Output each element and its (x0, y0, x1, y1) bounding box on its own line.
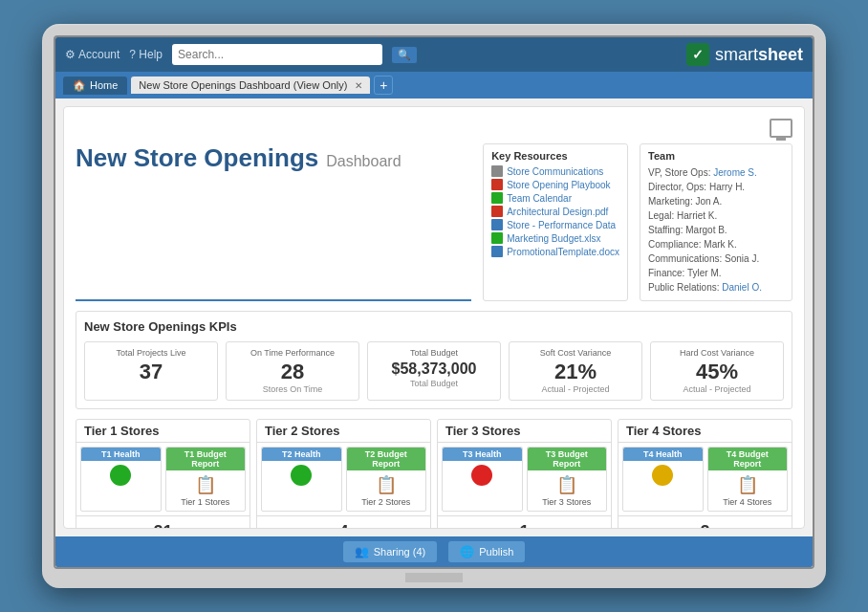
team-item: Marketing: Jon A. (648, 194, 784, 208)
tier-3-budget-card[interactable]: T3 Budget Report 📋 Tier 3 Stores (527, 447, 608, 512)
tier-1-budget-card[interactable]: T1 Budget Report 📋 Tier 1 Stores (165, 447, 247, 512)
kpi-card-budget: Total Budget $58,373,000 Total Budget (367, 341, 501, 401)
gear-icon: ⚙ (65, 48, 76, 61)
kpi-card-soft-variance: Soft Cost Variance 21% Actual - Projecte… (509, 341, 642, 401)
tier-4-health-card[interactable]: T4 Health (622, 447, 704, 512)
tier-1-section: Tier 1 Stores T1 Health T1 Budget Report… (76, 419, 250, 529)
home-icon: 🏠 (73, 79, 86, 92)
tier-3-health-dot (471, 465, 492, 486)
dashboard-wrapper: New Store Openings Dashboard Key Resourc… (55, 98, 813, 536)
resource-icon (491, 246, 503, 257)
resource-item[interactable]: Store Opening Playbook (491, 179, 619, 190)
publish-button[interactable]: 🌐 Publish (448, 541, 525, 562)
logo-check-icon: ✓ (686, 43, 709, 66)
team-item: VP, Store Ops: Jerome S. (648, 165, 784, 180)
top-nav: ⚙ Account ? Help 🔍 ✓ smartsheet (55, 37, 813, 72)
resource-item[interactable]: Store Communications (491, 165, 619, 177)
team-item: Public Relations: Daniel O. (648, 280, 784, 295)
logo: ✓ smartsheet (686, 43, 803, 66)
kpi-card-ontime: On Time Performance 28 Stores On Time (226, 341, 359, 401)
tier-4-cards-row: T4 Health T4 Budget Report 📋 Tier 4 Stor… (618, 443, 792, 515)
kpi-section-title: New Store Openings KPIs (84, 319, 784, 334)
team-title: Team (648, 150, 784, 162)
dashboard-header: New Store Openings Dashboard Key Resourc… (76, 143, 792, 301)
team-item: Director, Ops: Harry H. (648, 180, 784, 194)
kpi-grid: Total Projects Live 37 On Time Performan… (84, 341, 784, 401)
kpi-section: New Store Openings KPIs Total Projects L… (76, 311, 792, 409)
tab-home[interactable]: 🏠 Home (63, 76, 127, 95)
monitor-icon-row (76, 119, 792, 138)
team-item: Staffing: Margot B. (648, 223, 784, 237)
dashboard-inner: New Store Openings Dashboard Key Resourc… (63, 106, 805, 529)
search-input[interactable] (172, 44, 382, 65)
logo-text: smartsheet (715, 45, 803, 65)
dashboard-title-area: New Store Openings Dashboard (76, 143, 471, 301)
sharing-button[interactable]: 👥 Sharing (4) (343, 541, 437, 562)
monitor-frame: ⚙ Account ? Help 🔍 ✓ smartsheet 🏠 Home (42, 24, 826, 588)
team-item: Communications: Sonia J. (648, 251, 784, 266)
kpi-card-projects: Total Projects Live 37 (84, 341, 218, 401)
tier-2-budget-card[interactable]: T2 Budget Report 📋 Tier 2 Stores (346, 447, 427, 512)
tier-1-bottom: 21 Locations On Time 1 (76, 515, 250, 529)
tier-1-health-dot (110, 465, 131, 486)
tier-4-health-dot (652, 465, 673, 486)
resource-icon (491, 165, 503, 177)
key-resources-title: Key Resources (491, 150, 619, 162)
tier-3-cards-row: T3 Health T3 Budget Report 📋 Tier 3 Stor… (438, 443, 611, 515)
tab-active[interactable]: New Store Openings Dashboard (View Only)… (131, 76, 370, 94)
resource-item[interactable]: Marketing Budget.xlsx (491, 232, 619, 244)
tier-2-cards-row: T2 Health T2 Budget Report 📋 Tier 2 Stor… (257, 443, 430, 515)
monitor-screen: ⚙ Account ? Help 🔍 ✓ smartsheet 🏠 Home (54, 35, 814, 569)
resource-icon (491, 219, 503, 230)
resource-icon (491, 192, 503, 204)
resource-item[interactable]: Architectural Design.pdf (491, 206, 619, 217)
resource-item[interactable]: Team Calendar (491, 192, 619, 204)
resource-item[interactable]: PromotionalTemplate.docx (491, 246, 619, 257)
tier-4-section: Tier 4 Stores T4 Health T4 Budget Report… (618, 419, 792, 529)
account-menu[interactable]: ⚙ Account (65, 48, 119, 61)
team-item: Finance: Tyler M. (648, 266, 784, 280)
tier-2-health-card[interactable]: T2 Health (261, 447, 342, 512)
search-button[interactable]: 🔍 (392, 47, 417, 63)
tier-3-sheet-icon: 📋 (532, 474, 603, 495)
tier-4-budget-card[interactable]: T4 Budget Report 📋 Tier 4 Stores (707, 447, 789, 512)
publish-icon: 🌐 (460, 545, 474, 558)
resource-icon (491, 232, 503, 244)
resource-item[interactable]: Store - Performance Data (491, 219, 619, 230)
display-icon (770, 119, 792, 138)
bottom-bar: 👥 Sharing (4) 🌐 Publish (55, 536, 813, 567)
tier-1-header: Tier 1 Stores (76, 420, 250, 443)
tier-4-header: Tier 4 Stores (618, 420, 792, 443)
tier-1-cards-row: T1 Health T1 Budget Report 📋 Tier 1 Stor… (76, 443, 250, 515)
tier-1-health-card[interactable]: T1 Health (80, 447, 162, 512)
monitor-stand (405, 573, 463, 582)
team-panel: Team VP, Store Ops: Jerome S. Director, … (640, 143, 792, 301)
tier-4-bottom: 2 Locations On Time 2 (618, 515, 792, 529)
tier-2-bottom: 4 Locations On Time 0 (257, 515, 430, 529)
tab-add-button[interactable]: + (374, 76, 393, 95)
tier-2-health-dot (291, 465, 312, 486)
tiers-grid: Tier 1 Stores T1 Health T1 Budget Report… (76, 419, 792, 529)
main-content: New Store Openings Dashboard Key Resourc… (55, 98, 813, 567)
resource-icon (491, 179, 503, 190)
tier-3-bottom: 1 Locations On Time 5 (438, 515, 611, 529)
tier-3-section: Tier 3 Stores T3 Health T3 Budget Report… (437, 419, 612, 529)
sharing-icon: 👥 (355, 545, 369, 558)
tier-3-header: Tier 3 Stores (438, 420, 611, 443)
team-item: Compliance: Mark K. (648, 237, 784, 251)
team-item: Legal: Harriet K. (648, 208, 784, 223)
tier-1-sheet-icon: 📋 (170, 474, 242, 495)
resource-icon (491, 206, 503, 217)
help-menu[interactable]: ? Help (129, 48, 163, 61)
tab-close-icon[interactable]: ✕ (355, 80, 362, 91)
kpi-card-hard-variance: Hard Cost Variance 45% Actual - Projecte… (650, 341, 784, 401)
tab-bar: 🏠 Home New Store Openings Dashboard (Vie… (55, 72, 813, 98)
tier-2-section: Tier 2 Stores T2 Health T2 Budget Report… (256, 419, 431, 529)
tier-4-sheet-icon: 📋 (712, 474, 784, 495)
tier-2-header: Tier 2 Stores (257, 420, 430, 443)
dashboard-title: New Store Openings Dashboard (76, 143, 471, 173)
tier-2-sheet-icon: 📋 (351, 474, 423, 495)
key-resources-panel: Key Resources Store Communications Store… (483, 143, 628, 301)
tier-3-health-card[interactable]: T3 Health (442, 447, 523, 512)
